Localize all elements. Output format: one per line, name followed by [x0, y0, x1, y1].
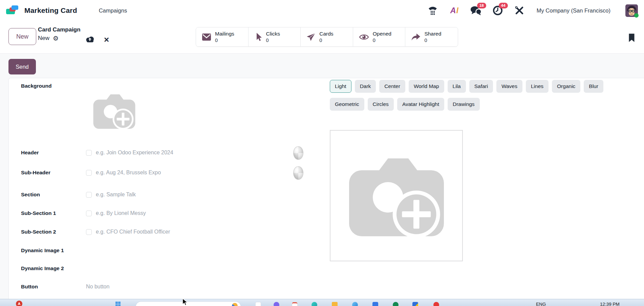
sub-header-label: Sub-Header [21, 170, 86, 176]
stat-shared-button[interactable]: Shared0 [405, 27, 458, 46]
template-option-waves[interactable]: Waves [496, 80, 522, 93]
marketing-card-app-icon[interactable] [6, 5, 20, 16]
template-option-lines[interactable]: Lines [526, 80, 549, 93]
sub-section-1-label: Sub-Section 1 [21, 210, 86, 216]
camera-add-icon [346, 152, 447, 240]
taskbar-app-icon-1[interactable] [255, 302, 261, 306]
stat-button-box: Mailings0 Clicks0 Cards0 Opened0 Shared0 [196, 27, 458, 47]
stat-value: 0 [266, 37, 280, 43]
taskbar-language[interactable]: ENG [536, 302, 546, 306]
mouse-cursor [182, 298, 188, 306]
template-option-light[interactable]: Light [330, 80, 351, 93]
ai-icon[interactable]: AI [449, 5, 460, 16]
windows-start-icon[interactable] [115, 302, 121, 306]
stat-cards-button[interactable]: Cards0 [301, 27, 353, 46]
background-field-label: Background [21, 83, 51, 89]
template-option-dark[interactable]: Dark [355, 80, 376, 93]
button-field-row: Button No button [9, 280, 109, 293]
card-preview-placeholder[interactable] [330, 130, 463, 261]
taskbar-app-icon-2[interactable] [274, 302, 279, 306]
sub-section-1-field-row: Sub-Section 1 [9, 206, 241, 220]
template-row-2: Geometric Circles Avatar Highlight Drawi… [330, 98, 480, 111]
template-option-blur[interactable]: Blur [584, 80, 603, 93]
sub-section-2-checkbox[interactable] [86, 229, 92, 235]
stat-value: 0 [319, 37, 333, 43]
eye-icon [359, 33, 369, 41]
gear-actions-icon[interactable]: ⚙ [53, 35, 59, 42]
taskbar-app-icon-9[interactable] [433, 302, 439, 306]
user-avatar[interactable] [625, 4, 638, 17]
company-switcher[interactable]: My Company (San Francisco) [537, 7, 610, 14]
debug-tools-icon[interactable] [514, 5, 525, 16]
taskbar-app-icon-8[interactable] [412, 302, 418, 306]
taskbar-app-icon-5[interactable] [352, 302, 358, 306]
windows-taskbar: ENG 12:39 PM [0, 299, 644, 306]
breadcrumb: Card Campaign New ⚙ [38, 26, 81, 42]
sub-header-color-picker[interactable] [293, 166, 303, 180]
template-option-organic[interactable]: Organic [552, 80, 580, 93]
envelope-icon [202, 33, 211, 41]
taskbar-app-icon-4[interactable] [312, 302, 317, 306]
header-input[interactable] [96, 150, 241, 156]
app-title[interactable]: Marketing Card [24, 6, 77, 15]
online-status-dot [634, 13, 639, 18]
stat-label: Mailings [215, 30, 234, 37]
stat-mailings-button[interactable]: Mailings0 [196, 27, 249, 46]
sub-section-1-input[interactable] [96, 210, 241, 216]
new-record-button[interactable]: New [8, 28, 36, 45]
search-engine-icon [232, 303, 238, 306]
discard-x-icon[interactable]: × [104, 36, 109, 43]
browser-notification-icon[interactable] [16, 301, 22, 306]
header-color-picker[interactable] [293, 146, 303, 160]
messages-badge: 18 [477, 3, 486, 8]
button-value[interactable]: No button [86, 284, 109, 290]
camera-add-icon [92, 91, 137, 130]
save-cloud-icon[interactable] [85, 36, 94, 44]
taskbar-clock[interactable]: 12:39 PM [600, 302, 620, 306]
stat-label: Clicks [266, 30, 280, 37]
breadcrumb-title[interactable]: Card Campaign [38, 26, 81, 33]
template-option-world-map[interactable]: World Map [409, 80, 444, 93]
template-option-lila[interactable]: Lila [448, 80, 466, 93]
template-option-safari[interactable]: Safari [469, 80, 493, 93]
taskbar-app-icon-6[interactable] [372, 302, 378, 306]
taskbar-app-icon-3[interactable] [292, 302, 298, 306]
card-campaign-form: Background Light Dark Center World Map L… [8, 78, 644, 299]
header-checkbox[interactable] [86, 150, 92, 156]
voip-phone-icon[interactable] [427, 5, 438, 16]
sub-header-field-row: Sub-Header [9, 166, 241, 179]
taskbar-app-icon-7[interactable] [393, 302, 399, 306]
taskbar-search-input[interactable] [135, 301, 241, 306]
stat-opened-button[interactable]: Opened0 [353, 27, 406, 46]
taskbar-folder-icon[interactable] [332, 302, 338, 306]
dynamic-image-2-field-row: Dynamic Image 2 [9, 262, 86, 275]
stat-label: Opened [373, 30, 391, 37]
paper-plane-icon [306, 33, 316, 41]
template-option-drawings[interactable]: Drawings [448, 98, 480, 111]
section-input[interactable] [96, 192, 241, 198]
menu-campaigns[interactable]: Campaigns [99, 7, 127, 14]
section-field-row: Section [9, 188, 241, 201]
sub-header-input[interactable] [96, 170, 241, 176]
sub-section-1-checkbox[interactable] [86, 211, 92, 216]
template-option-center[interactable]: Center [379, 80, 405, 93]
background-image-upload[interactable] [92, 91, 137, 130]
send-button[interactable]: Send [8, 59, 36, 74]
dynamic-image-1-field-row: Dynamic Image 1 [9, 244, 86, 257]
bookmark-icon[interactable] [628, 33, 635, 44]
button-label: Button [21, 284, 86, 290]
template-row-1: Light Dark Center World Map Lila Safari … [330, 80, 603, 93]
template-option-circles[interactable]: Circles [368, 98, 394, 111]
activities-clock-icon[interactable]: 44 [492, 5, 503, 16]
sub-section-2-field-row: Sub-Section 2 [9, 225, 241, 239]
stat-value: 0 [215, 37, 234, 43]
breadcrumb-record-name[interactable]: New [38, 35, 49, 42]
sub-section-2-input[interactable] [96, 229, 241, 235]
sub-header-checkbox[interactable] [86, 170, 92, 176]
template-option-geometric[interactable]: Geometric [330, 98, 364, 111]
stat-clicks-button[interactable]: Clicks0 [249, 27, 301, 46]
section-checkbox[interactable] [86, 192, 92, 198]
template-option-avatar-highlight[interactable]: Avatar Highlight [397, 98, 444, 111]
messages-icon[interactable]: 18 [470, 5, 482, 16]
sub-section-2-label: Sub-Section 2 [21, 229, 86, 235]
